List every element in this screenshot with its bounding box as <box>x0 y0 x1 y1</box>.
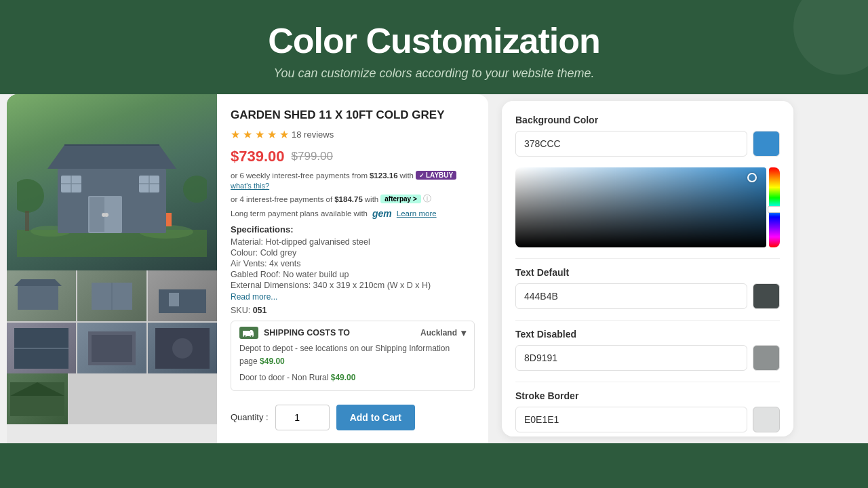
afterpay-logo: afterpay > <box>380 195 421 203</box>
text-default-swatch[interactable] <box>753 283 780 309</box>
price-original: $799.00 <box>292 150 333 163</box>
add-to-cart-button[interactable]: Add to Cart <box>336 405 415 430</box>
svg-rect-19 <box>25 211 29 231</box>
divider-1 <box>515 258 780 259</box>
thumbnail-3[interactable] <box>148 270 217 321</box>
svg-point-18 <box>183 176 207 203</box>
spec-colour: Colour: Cold grey <box>231 248 475 258</box>
afterpay-amount: $184.75 <box>334 195 363 203</box>
shipping-depot-row: Depot to depot - see locations on our Sh… <box>239 342 466 368</box>
gradient-area[interactable] <box>515 167 766 247</box>
shipping-door-text: Door to door - Non Rural <box>239 373 328 382</box>
laybuy-amount: $123.16 <box>370 171 398 180</box>
spec-vents: Air Vents: 4x vents <box>231 259 475 268</box>
bg-color-row <box>515 131 780 157</box>
thumbnail-1[interactable] <box>7 270 76 321</box>
svg-point-10 <box>104 213 108 217</box>
thumbnail-2[interactable] <box>77 270 146 321</box>
hero-title: Color Customization <box>14 20 854 61</box>
deco-circle <box>793 0 868 75</box>
svg-marker-37 <box>250 330 254 332</box>
svg-point-39 <box>250 335 253 337</box>
whats-this-link[interactable]: what's this? <box>231 182 269 190</box>
svg-point-32 <box>172 338 193 359</box>
svg-marker-22 <box>14 279 62 286</box>
thumbnail-5[interactable] <box>77 323 146 373</box>
product-inner: GARDEN SHED 11 X 10FT COLD GREY ★ ★ ★ ★ … <box>7 94 488 443</box>
shipping-truck-icon <box>239 327 258 339</box>
quantity-label: Quantity : <box>231 412 269 422</box>
review-count[interactable]: 18 reviews <box>292 129 334 140</box>
star-5: ★ <box>279 128 289 141</box>
stroke-border-input[interactable] <box>515 407 747 432</box>
thumbnails-row2 <box>7 373 217 424</box>
shed-svg <box>17 108 207 257</box>
price-row: $739.00 $799.00 <box>231 148 475 165</box>
afterpay-with: with <box>365 195 378 203</box>
hue-slider[interactable] <box>769 167 780 247</box>
read-more-link[interactable]: Read more... <box>231 292 277 302</box>
thumbnails-grid <box>7 270 217 373</box>
text-disabled-title: Text Disabled <box>515 329 780 340</box>
star-1: ★ <box>231 128 240 141</box>
main-content: GARDEN SHED 11 X 10FT COLD GREY ★ ★ ★ ★ … <box>0 94 868 443</box>
picker-wrapper <box>515 167 780 247</box>
hero-section: Color Customization You can customize co… <box>0 0 868 94</box>
color-panel: Background Color Text Default <box>502 101 793 436</box>
svg-marker-4 <box>47 145 176 169</box>
color-picker[interactable] <box>515 167 780 247</box>
shipping-header-left: SHIPPING COSTS TO <box>239 327 350 339</box>
spec-dimensions: External Dimensions: 340 x 319 x 210cm (… <box>231 281 475 290</box>
text-default-title: Text Default <box>515 267 780 278</box>
text-disabled-input[interactable] <box>515 345 747 371</box>
price-current: $739.00 <box>231 148 285 165</box>
thumbnail-6[interactable] <box>148 323 217 373</box>
afterpay-row: or 4 interest-free payments of $184.75 w… <box>231 193 475 205</box>
bg-color-swatch[interactable] <box>753 131 780 157</box>
hero-subtitle: You can customize colors according to yo… <box>14 66 854 81</box>
shipping-header: SHIPPING COSTS TO Auckland ▾ <box>239 327 466 339</box>
quantity-input[interactable] <box>275 405 330 430</box>
spec-roof: Gabled Roof: No water build up <box>231 270 475 279</box>
product-title: GARDEN SHED 11 X 10FT COLD GREY <box>231 108 475 123</box>
laybuy-row: or 6 weekly interest-free payments from … <box>231 171 475 190</box>
stroke-border-swatch[interactable] <box>753 407 780 432</box>
shipping-box: SHIPPING COSTS TO Auckland ▾ Depot to de… <box>231 321 475 391</box>
bg-color-title: Background Color <box>515 115 780 125</box>
laybuy-with: with <box>400 171 414 180</box>
bg-color-input[interactable] <box>515 131 747 157</box>
svg-point-38 <box>243 335 246 337</box>
afterpay-info-icon: ⓘ <box>423 193 431 205</box>
hue-thumb[interactable] <box>768 206 780 213</box>
shipping-location: Auckland <box>420 328 457 338</box>
text-default-input[interactable] <box>515 283 747 309</box>
sku-label: SKU: <box>231 306 250 315</box>
stroke-border-title: Stroke Border <box>515 390 780 401</box>
afterpay-text: or 4 interest-free payments of <box>231 195 332 203</box>
star-4: ★ <box>267 128 277 141</box>
gem-text: Long term payment plans available with <box>231 209 368 218</box>
picker-dot[interactable] <box>747 173 757 182</box>
gem-logo: gem <box>372 208 392 219</box>
shipping-label: SHIPPING COSTS TO <box>264 328 350 338</box>
learn-more-link[interactable]: Learn more <box>397 209 437 218</box>
image-panel <box>7 94 217 443</box>
svg-rect-26 <box>169 293 179 306</box>
shipping-door-price: $49.00 <box>331 373 356 382</box>
gem-row: Long term payment plans available with g… <box>231 208 475 219</box>
thumbnail-4[interactable] <box>7 323 76 373</box>
laybuy-logo: ✓ LAYBUY <box>416 171 456 180</box>
thumbnail-7[interactable] <box>7 373 68 424</box>
svg-rect-30 <box>92 335 132 362</box>
sku-row: SKU: 051 <box>231 306 475 315</box>
star-3: ★ <box>255 128 264 141</box>
text-default-row <box>515 283 780 309</box>
shipping-depot-price: $49.00 <box>260 357 285 366</box>
product-card: GARDEN SHED 11 X 10FT COLD GREY ★ ★ ★ ★ … <box>7 94 488 443</box>
text-disabled-swatch[interactable] <box>753 345 780 371</box>
main-product-image <box>7 94 217 270</box>
specs-title: Specifications: <box>231 224 475 235</box>
laybuy-text: or 6 weekly interest-free payments from <box>231 171 368 180</box>
divider-3 <box>515 382 780 382</box>
chevron-down-icon[interactable]: ▾ <box>461 327 466 338</box>
